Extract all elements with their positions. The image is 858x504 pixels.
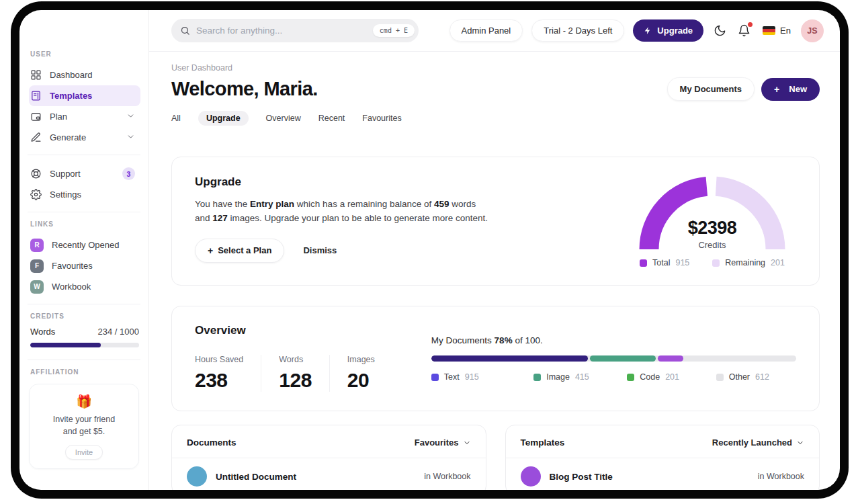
moon-icon	[714, 24, 726, 37]
overview-card-title: Overview	[195, 324, 392, 337]
divider	[28, 304, 140, 304]
overview-stats: Hours Saved 238 Words 128 Images 20	[195, 355, 392, 392]
sidebar: USER Dashboard Templates Plan Generate S…	[19, 10, 149, 490]
documents-filter-dropdown[interactable]: Favourites	[415, 437, 471, 448]
notification-dot	[748, 22, 753, 27]
template-avatar	[521, 466, 541, 487]
tab-all[interactable]: All	[171, 114, 181, 123]
segment-code	[658, 355, 683, 362]
sidebar-item-plan[interactable]: Plan	[29, 106, 140, 127]
topbar-actions: Admin Panel Trial - 2 Days Left Upgrade …	[449, 19, 824, 42]
sidebar-item-dashboard[interactable]: Dashboard	[29, 65, 140, 85]
credits-section-label: CREDITS	[30, 312, 140, 320]
link-initial-badge: W	[30, 280, 44, 294]
trial-badge-button[interactable]: Trial - 2 Days Left	[531, 19, 624, 42]
sidebar-item-label: Generate	[50, 132, 86, 142]
link-initial-badge: R	[30, 239, 44, 252]
template-row[interactable]: Blog Post Title in Workbook	[506, 458, 820, 490]
dark-mode-toggle[interactable]	[712, 23, 728, 38]
page-title: Welcome, Maria.	[171, 78, 318, 100]
lifebuoy-icon	[30, 168, 42, 179]
sidebar-item-templates[interactable]: Templates	[29, 85, 140, 106]
progress-legend: Text915 Image415 Code201 Other612	[431, 372, 796, 382]
sidebar-item-label: Templates	[50, 91, 92, 101]
overview-card: Overview Hours Saved 238 Words 128 Image…	[171, 306, 820, 411]
my-documents-button[interactable]: My Documents	[667, 77, 755, 101]
breadcrumb: User Dashboard	[171, 63, 820, 73]
legend-item-image: Image415	[533, 372, 627, 382]
sidebar-item-generate[interactable]: Generate	[29, 127, 140, 148]
templates-card: Templates Recently Launched Blog Post Ti…	[505, 425, 820, 490]
tab-recent[interactable]: Recent	[318, 114, 345, 123]
topbar: cmd + E Admin Panel Trial - 2 Days Left …	[149, 10, 840, 52]
segment-image	[590, 355, 656, 362]
search-box[interactable]: cmd + E	[171, 19, 419, 42]
language-selector[interactable]: En	[763, 26, 791, 36]
content: User Dashboard Welcome, Maria. My Docume…	[149, 52, 840, 490]
affiliation-section-label: AFFILIATION	[30, 368, 140, 376]
links-section-label: LINKS	[30, 220, 140, 228]
chevron-down-icon	[126, 132, 135, 143]
search-icon	[180, 26, 190, 36]
select-plan-button[interactable]: Select a Plan	[195, 239, 284, 263]
tab-favourites[interactable]: Favourites	[362, 114, 401, 123]
new-button[interactable]: New	[761, 78, 820, 101]
legend-item-other: Other612	[716, 372, 796, 382]
sidebar-item-label: Settings	[50, 190, 81, 200]
documents-card: Documents Favourites Untitled Document i…	[171, 425, 486, 490]
filter-tabs: All Upgrade Overview Recent Favourites	[171, 111, 820, 126]
sidebar-item-label: Support	[50, 169, 81, 179]
credits-usage: Words 234 / 1000	[30, 327, 139, 337]
legend-swatch	[712, 259, 720, 267]
language-label: En	[780, 26, 791, 36]
sidebar-item-label: Recently Opened	[52, 240, 119, 250]
chevron-down-icon	[126, 112, 135, 122]
dismiss-button[interactable]: Dismiss	[303, 245, 337, 255]
notifications-button[interactable]	[736, 23, 752, 38]
link-initial-badge: F	[30, 259, 44, 273]
credits-gauge: $2398 Credits Total915 Remaining201	[628, 174, 796, 267]
search-input[interactable]	[196, 26, 367, 36]
legend-swatch	[431, 374, 439, 381]
stat-words: Words 128	[261, 355, 329, 392]
legend-swatch	[640, 259, 647, 267]
user-avatar[interactable]: JS	[801, 19, 824, 42]
divider	[28, 212, 140, 212]
admin-panel-button[interactable]: Admin Panel	[449, 19, 523, 42]
tab-upgrade[interactable]: Upgrade	[198, 111, 249, 126]
gift-icon: 🎁	[35, 394, 133, 409]
credits-progress-track	[30, 343, 139, 347]
tab-overview[interactable]: Overview	[266, 114, 301, 123]
sidebar-item-support[interactable]: Support 3	[29, 163, 140, 184]
sidebar-item-label: Workbook	[52, 282, 91, 292]
legend-item-code: Code201	[627, 372, 716, 382]
upgrade-button[interactable]: Upgrade	[633, 19, 703, 42]
device-frame: USER Dashboard Templates Plan Generate S…	[11, 1, 849, 499]
legend-item-remaining: Remaining201	[712, 258, 785, 267]
sidebar-item-settings[interactable]: Settings	[29, 184, 140, 205]
upgrade-card-title: Upgrade	[195, 175, 490, 189]
template-title: Blog Post Title	[550, 472, 613, 482]
sidebar-link-workbook[interactable]: W Workbook	[29, 276, 140, 297]
document-location: in Workbook	[424, 472, 470, 481]
stacked-progress-bar	[431, 355, 796, 362]
pencil-icon	[30, 132, 42, 143]
sidebar-item-label: Favourites	[52, 261, 93, 271]
templates-filter-dropdown[interactable]: Recently Launched	[712, 437, 804, 448]
document-title: Untitled Document	[216, 472, 296, 482]
document-row[interactable]: Untitled Document in Workbook	[172, 458, 486, 490]
sidebar-link-favourites[interactable]: F Favourites	[29, 255, 140, 276]
sidebar-item-label: Dashboard	[50, 70, 93, 80]
stat-hours-saved: Hours Saved 238	[195, 355, 261, 392]
lightning-bolt-icon	[644, 26, 652, 35]
sidebar-link-recently-opened[interactable]: R Recently Opened	[29, 235, 140, 255]
affiliation-box: 🎁 Invite your friend and get $5. Invite	[29, 384, 139, 469]
upgrade-card-body: You have the Entry plan which has a rema…	[195, 198, 490, 226]
wallet-icon	[30, 111, 42, 122]
segment-text	[431, 355, 589, 362]
invite-button[interactable]: Invite	[65, 445, 103, 460]
template-location: in Workbook	[758, 472, 804, 481]
legend-swatch	[627, 374, 634, 381]
stat-images: Images 20	[329, 355, 392, 392]
app-window: USER Dashboard Templates Plan Generate S…	[19, 10, 840, 490]
